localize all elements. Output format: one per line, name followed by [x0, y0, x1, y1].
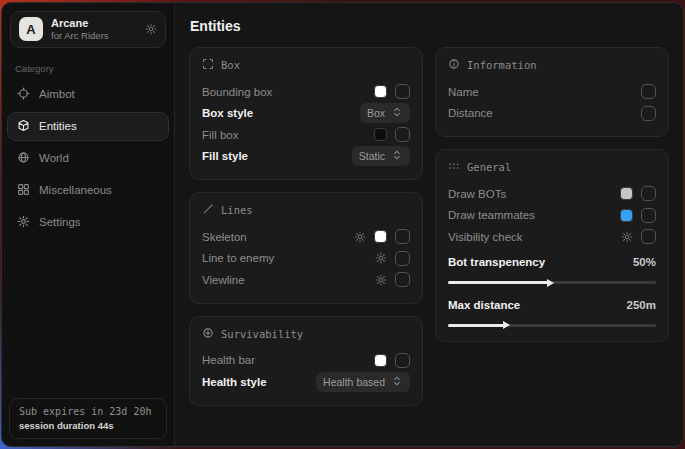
sidebar-item-label: Miscellaneous: [39, 184, 112, 196]
session-duration-text: session duration 44s: [19, 420, 157, 431]
sidebar-item-aimbot[interactable]: Aimbot: [7, 80, 169, 109]
crosshair-icon: [17, 87, 30, 102]
slider-fill: [448, 281, 548, 284]
setting-row: Fill box: [202, 124, 410, 146]
setting-row: Fill style Static: [202, 146, 410, 168]
sidebar-item-label: Aimbot: [39, 88, 75, 100]
health-icon: [202, 327, 214, 341]
card-title: General: [467, 161, 511, 173]
checkbox[interactable]: [641, 84, 656, 99]
sidebar-item-entities[interactable]: Entities: [7, 112, 169, 141]
checkbox[interactable]: [641, 106, 656, 121]
logo-card: A Arcane for Arc Riders: [10, 11, 166, 48]
slider-thumb[interactable]: [503, 321, 510, 329]
card-general: General Draw BOTs Draw teammates: [435, 149, 669, 342]
slider-value: 50%: [633, 256, 656, 268]
checkbox[interactable]: [641, 186, 656, 201]
card-survivability: Survivability Health bar Health style He…: [189, 316, 423, 406]
color-swatch[interactable]: [374, 354, 387, 367]
subscription-info: Sub expires in 23d 20h session duration …: [9, 398, 167, 439]
gear-icon[interactable]: [375, 252, 387, 264]
checkbox[interactable]: [395, 353, 410, 368]
card-title: Information: [467, 59, 537, 71]
sidebar: A Arcane for Arc Riders Category Aimbot …: [2, 3, 175, 446]
setting-label: Visibility check: [448, 231, 523, 243]
checkbox[interactable]: [395, 127, 410, 142]
setting-label: Bot transpenency: [448, 256, 545, 268]
dropdown-value: Health based: [323, 376, 385, 388]
card-information: Information Name Distance: [435, 47, 669, 137]
chevron-up-down-icon: [391, 375, 403, 389]
dots-grid-icon: [448, 160, 460, 174]
setting-row: Viewline: [202, 269, 410, 291]
sidebar-nav: Aimbot Entities World Miscellaneous Sett…: [2, 77, 174, 237]
setting-label: Health style: [202, 376, 267, 388]
sidebar-item-settings[interactable]: Settings: [7, 208, 169, 237]
color-swatch[interactable]: [374, 128, 387, 141]
setting-row: Name: [448, 81, 656, 103]
setting-row: Line to enemy: [202, 248, 410, 270]
sidebar-item-label: Entities: [39, 120, 77, 132]
slider-row: Max distance 250m: [448, 294, 656, 316]
globe-icon: [17, 151, 30, 166]
gear-icon[interactable]: [375, 274, 387, 286]
setting-label: Line to enemy: [202, 252, 274, 264]
setting-label: Max distance: [448, 299, 520, 311]
color-swatch[interactable]: [374, 85, 387, 98]
max-distance-slider[interactable]: [448, 324, 656, 327]
setting-label: Viewline: [202, 274, 245, 286]
setting-row: Bounding box: [202, 81, 410, 103]
checkbox[interactable]: [395, 229, 410, 244]
setting-label: Fill style: [202, 150, 248, 162]
card-title: Box: [221, 59, 240, 71]
setting-row: Skeleton: [202, 226, 410, 248]
gear-icon: [17, 215, 30, 230]
card-title: Survivability: [221, 328, 303, 340]
setting-row: Draw teammates: [448, 205, 656, 227]
page-title: Entities: [190, 18, 669, 34]
box-style-dropdown[interactable]: Box: [360, 103, 410, 123]
gear-icon[interactable]: [621, 231, 633, 243]
category-label: Category: [15, 63, 174, 74]
sidebar-item-world[interactable]: World: [7, 144, 169, 173]
setting-label: Distance: [448, 107, 493, 119]
color-swatch[interactable]: [620, 209, 633, 222]
sub-expiry-text: Sub expires in 23d 20h: [19, 406, 157, 417]
slider-thumb[interactable]: [547, 279, 554, 287]
dropdown-value: Box: [367, 107, 385, 119]
gear-icon[interactable]: [145, 23, 157, 35]
fill-style-dropdown[interactable]: Static: [352, 146, 410, 166]
card-box: Box Bounding box Box style Box: [189, 47, 423, 180]
app-logo: A: [19, 17, 43, 41]
setting-label: Skeleton: [202, 231, 247, 243]
checkbox[interactable]: [395, 84, 410, 99]
main-content: Entities Box Bounding box: [175, 3, 683, 446]
line-icon: [202, 203, 214, 217]
setting-label: Name: [448, 86, 479, 98]
app-title: Arcane: [51, 17, 109, 30]
gear-icon[interactable]: [354, 231, 366, 243]
color-swatch[interactable]: [620, 187, 633, 200]
setting-row: Visibility check: [448, 226, 656, 248]
checkbox[interactable]: [641, 208, 656, 223]
card-lines: Lines Skeleton Line to enemy: [189, 192, 423, 304]
checkbox[interactable]: [641, 229, 656, 244]
setting-label: Bounding box: [202, 86, 272, 98]
entities-icon: [17, 119, 30, 134]
slider-row: Bot transpenency 50%: [448, 252, 656, 274]
slider-fill: [448, 324, 504, 327]
setting-label: Health bar: [202, 354, 255, 366]
setting-row: Draw BOTs: [448, 183, 656, 205]
chevron-up-down-icon: [391, 106, 403, 120]
health-style-dropdown[interactable]: Health based: [316, 372, 410, 392]
setting-row: Distance: [448, 103, 656, 125]
card-title: Lines: [221, 204, 253, 216]
checkbox[interactable]: [395, 251, 410, 266]
checkbox[interactable]: [395, 272, 410, 287]
bot-transparency-slider[interactable]: [448, 281, 656, 284]
setting-label: Draw BOTs: [448, 188, 506, 200]
sidebar-item-miscellaneous[interactable]: Miscellaneous: [7, 176, 169, 205]
app-window: A Arcane for Arc Riders Category Aimbot …: [1, 2, 684, 447]
setting-row: Health style Health based: [202, 371, 410, 393]
color-swatch[interactable]: [374, 230, 387, 243]
